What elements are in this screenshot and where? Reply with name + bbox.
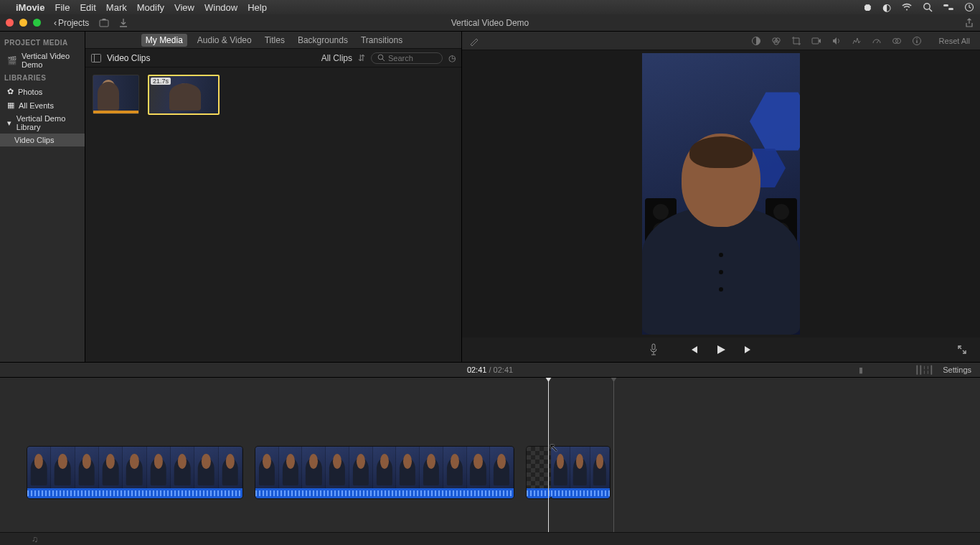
timeline-clip-2[interactable] — [255, 447, 514, 498]
preview-frame — [642, 53, 800, 335]
menu-mark[interactable]: Mark — [106, 2, 127, 13]
import-media-icon[interactable] — [99, 18, 109, 28]
tab-titles[interactable]: Titles — [262, 33, 288, 47]
voiceover-icon[interactable] — [649, 343, 659, 356]
timeline-header: 02:41 / 02:41 ▮ ┃┃╎╎┃ Settings — [0, 362, 980, 378]
grid-icon: ▦ — [7, 101, 14, 110]
window-title: Vertical Video Demo — [451, 18, 529, 28]
timeline[interactable]: ↖ ♫ — [0, 378, 980, 545]
zoom-slider[interactable]: ▮ ┃┃╎╎┃ — [859, 365, 933, 375]
filter-icon[interactable] — [892, 36, 902, 46]
clip-audio-3[interactable] — [551, 488, 610, 498]
tab-audio-video[interactable]: Audio & Video — [194, 33, 255, 47]
search-input[interactable] — [388, 54, 431, 62]
music-note-icon: ♫ — [32, 534, 38, 544]
zoom-waveform-icon: ┃┃╎╎┃ — [915, 365, 933, 375]
projects-label: Projects — [58, 18, 89, 28]
clip-area[interactable]: 21.7s — [85, 67, 461, 362]
preview-canvas[interactable] — [462, 50, 980, 337]
fullscreen-icon[interactable] — [957, 345, 967, 355]
back-to-projects[interactable]: ‹ Projects — [54, 18, 89, 28]
sidebar-toggle-icon[interactable] — [91, 54, 101, 62]
media-clip-2-selected[interactable]: 21.7s — [148, 75, 220, 115]
zoom-window[interactable] — [33, 19, 41, 27]
disclosure-triangle-icon[interactable]: ▾ — [7, 118, 12, 128]
timeline-settings-button[interactable]: Settings — [943, 365, 971, 374]
menu-edit[interactable]: Edit — [80, 2, 95, 13]
close-window[interactable] — [6, 19, 14, 27]
clip-audio-1[interactable] — [27, 488, 242, 498]
search-field[interactable] — [371, 52, 443, 64]
play-button[interactable] — [715, 344, 727, 355]
zoom-out-icon: ▮ — [859, 365, 863, 375]
total-time: 02:41 — [494, 365, 514, 374]
next-frame-button[interactable] — [743, 345, 754, 355]
time-display: 02:41 / 02:41 — [467, 365, 513, 374]
wifi-icon[interactable] — [901, 3, 913, 11]
reset-all-button[interactable]: Reset All — [939, 37, 970, 45]
media-clip-1[interactable] — [93, 75, 139, 114]
browser-filter-bar: Video Clips All Clips ⇵ ◷ — [85, 49, 461, 67]
sidebar-library-label: Vertical Demo Library — [17, 114, 80, 131]
noise-icon[interactable] — [852, 36, 862, 46]
clock-icon[interactable] — [964, 2, 974, 12]
timeline-clip-3-gap[interactable] — [527, 447, 551, 498]
tab-backgrounds[interactable]: Backgrounds — [295, 33, 351, 47]
svg-line-1 — [929, 9, 932, 11]
tab-transitions[interactable]: Transitions — [358, 33, 405, 47]
svg-point-20 — [916, 38, 918, 39]
control-center-icon[interactable] — [943, 3, 954, 11]
minimize-window[interactable] — [19, 19, 27, 27]
menu-window[interactable]: Window — [204, 2, 237, 13]
menu-modify[interactable]: Modify — [137, 2, 164, 13]
enhance-icon[interactable] — [469, 36, 479, 46]
sidebar-photos[interactable]: ✿ Photos — [0, 85, 85, 98]
sidebar-all-events[interactable]: ▦ All Events — [0, 98, 85, 112]
playhead[interactable] — [548, 378, 549, 545]
clip-filter-select[interactable]: All Clips — [321, 53, 352, 63]
mouse-cursor: ↖ — [549, 441, 558, 455]
clip-audio-3a[interactable] — [527, 488, 551, 498]
content-options-icon[interactable]: ◷ — [448, 53, 456, 63]
timeline-clip-3[interactable] — [551, 447, 610, 498]
volume-icon[interactable] — [831, 36, 842, 46]
macos-menubar: iMovie File Edit Mark Modify View Window… — [0, 0, 980, 14]
color-correct-icon[interactable] — [771, 36, 781, 46]
project-end-marker — [613, 378, 614, 545]
download-icon[interactable] — [119, 18, 128, 28]
spotlight-icon[interactable] — [923, 2, 933, 12]
menu-view[interactable]: View — [174, 2, 194, 13]
app-menu[interactable]: iMovie — [16, 2, 44, 13]
share-icon[interactable] — [964, 18, 974, 28]
svg-point-0 — [924, 4, 930, 9]
playback-controls — [462, 337, 980, 362]
svg-rect-3 — [948, 8, 953, 10]
timeline-clip-1[interactable] — [27, 447, 242, 498]
prev-frame-button[interactable] — [688, 345, 699, 355]
library-sidebar: PROJECT MEDIA 🎬 Vertical Video Demo LIBR… — [0, 32, 85, 362]
current-time: 02:41 — [467, 365, 487, 374]
color-balance-icon[interactable] — [751, 36, 761, 46]
music-well[interactable]: ♫ — [0, 532, 980, 545]
menu-help[interactable]: Help — [248, 2, 267, 13]
sidebar-event-label: Video Clips — [14, 136, 54, 144]
sidebar-event-videoclips[interactable]: Video Clips — [0, 134, 85, 146]
sidebar-library[interactable]: ▾ Vertical Demo Library — [0, 112, 85, 134]
clip-audio-2[interactable] — [255, 488, 514, 498]
window-toolbar: ‹ Projects Vertical Video Demo — [0, 14, 980, 32]
svg-rect-21 — [652, 344, 655, 350]
video-track[interactable] — [27, 447, 610, 498]
speed-icon[interactable] — [872, 36, 882, 46]
sidebar-project[interactable]: 🎬 Vertical Video Demo — [0, 50, 85, 71]
crop-icon[interactable] — [791, 36, 801, 46]
obs-icon[interactable]: ◐ — [882, 1, 891, 13]
svg-rect-5 — [100, 20, 108, 27]
traffic-lights — [6, 19, 41, 27]
info-icon[interactable] — [912, 36, 922, 46]
stabilize-icon[interactable] — [811, 36, 821, 46]
updown-icon: ⇵ — [358, 53, 365, 63]
menu-file[interactable]: File — [55, 2, 70, 13]
svg-line-15 — [877, 40, 879, 43]
screen-record-icon[interactable]: ⏺ — [862, 1, 872, 13]
tab-my-media[interactable]: My Media — [141, 34, 187, 47]
